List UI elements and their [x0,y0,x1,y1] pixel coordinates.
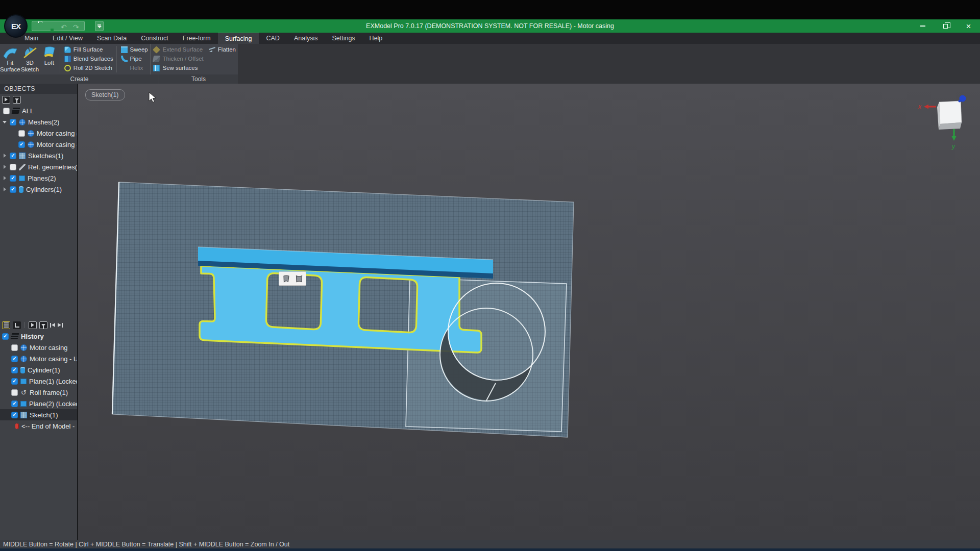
viewport-canvas[interactable]: x y [78,84,980,540]
history-skip-to-end-button[interactable] [58,323,63,328]
collapse-arrow-icon[interactable] [2,165,7,169]
roll-2d-sketch-button[interactable]: Roll 2D Sketch [64,63,113,72]
objects-item-motor-casing-2[interactable]: Motor casing - U [0,139,77,150]
collapse-arrow-icon[interactable] [2,187,7,191]
objects-play-filter-button[interactable] [2,96,10,104]
application-window: EX ↶ ↷ EXModel Pro 7.0.17 (DEMONSTRATION… [0,0,980,551]
flatten-button[interactable]: Flatten [209,45,236,54]
window-title: EXModel Pro 7.0.17 (DEMONSTRATION SYSTEM… [0,22,980,30]
blend-surfaces-button[interactable]: Blend Surfaces [64,54,113,63]
create-small-buttons-col2: Sweep Pipe Helix [118,44,150,74]
ribbon-separator [60,46,60,72]
menu-cad[interactable]: CAD [259,33,286,44]
history-skip-to-start-button[interactable] [50,323,55,328]
funnel-icon [15,98,19,101]
menu-scan-data[interactable]: Scan Data [90,33,134,44]
history-item-plane1[interactable]: Plane(1) (Locked) [0,375,78,387]
checkbox[interactable] [11,389,18,396]
collapse-arrow-icon[interactable] [2,154,7,158]
close-button[interactable]: × [957,19,980,33]
extend-surface-icon [153,46,161,54]
create-small-buttons-col1: Fill Surface Blend Surfaces Roll 2D Sket… [61,44,115,74]
collapse-arrow-icon[interactable] [2,176,7,180]
surface-option-2-button[interactable] [293,273,304,284]
checkbox[interactable] [18,141,25,148]
objects-item-motor-casing-1[interactable]: Motor casing (T [0,128,77,139]
history-item-motor-casing-unr[interactable]: Motor casing - Unr [0,353,78,364]
layers-icon [11,333,19,339]
history-filter-button[interactable] [39,321,47,329]
tools-buttons-col2: Flatten [206,44,238,74]
cylinder-icon [19,186,23,193]
surface-option-1-button[interactable] [281,273,291,284]
tools-group-label: Tools [159,74,238,84]
objects-item-planes[interactable]: Planes(2) [0,172,77,184]
fill-surface-button[interactable]: Fill Surface [64,45,113,54]
history-item-roll-frame[interactable]: ↺ Roll frame(1) [0,387,78,398]
thicken-offset-icon [153,56,160,62]
history-item-plane2[interactable]: Plane(2) (Locked) [0,398,78,409]
history-item-motor-casing[interactable]: Motor casing [0,342,78,353]
checkbox[interactable] [10,119,16,126]
menu-analysis[interactable]: Analysis [287,33,325,44]
menu-free-form[interactable]: Free-form [176,33,218,44]
title-bar: EX ↶ ↷ EXModel Pro 7.0.17 (DEMONSTRATION… [0,19,980,33]
checkbox[interactable] [11,344,18,351]
checkbox[interactable] [11,367,18,373]
menu-surfacing[interactable]: Surfacing [218,33,259,44]
sew-surfaces-button[interactable]: Sew surfaces [153,63,203,72]
sweep-button[interactable]: Sweep [121,45,148,54]
history-item-sketch1[interactable]: Sketch(1) [0,409,78,420]
layers-icon [12,108,20,114]
checkbox[interactable] [18,130,25,137]
checkbox[interactable] [11,356,18,362]
restore-button[interactable] [934,19,957,33]
objects-item-meshes[interactable]: Meshes(2) [0,116,77,128]
roll-2d-sketch-icon [64,65,71,71]
view-cube[interactable]: x y [918,95,966,151]
axis-x-arrow[interactable]: x [918,103,936,110]
3d-sketch-button[interactable]: 3DSketch [20,44,40,74]
menu-edit-view[interactable]: Edit / View [45,33,90,44]
mesh-icon [20,344,27,351]
objects-item-sketches[interactable]: Sketches(1) [0,150,77,161]
axis-y-arrow[interactable]: y [951,129,957,150]
history-list-view-button[interactable] [2,321,10,329]
ribbon-separator [116,46,117,72]
pipe-button[interactable]: Pipe [121,54,148,63]
checkbox[interactable] [11,400,18,407]
checkbox[interactable] [11,378,18,385]
history-tree-view-button[interactable] [13,321,21,329]
checkbox[interactable] [2,333,9,340]
history-root[interactable]: History [0,331,78,342]
history-item-end-of-model[interactable]: <-- End of Model - [0,420,78,432]
checkbox[interactable] [10,164,16,170]
objects-item-all[interactable]: ALL [0,105,77,116]
menu-settings[interactable]: Settings [325,33,362,44]
menu-help[interactable]: Help [362,33,390,44]
fit-surface-button[interactable]: FitSurface [0,44,20,74]
objects-funnel-filter-button[interactable] [13,96,21,104]
checkbox[interactable] [10,153,16,159]
extend-surface-button[interactable]: Extend Surface [153,45,203,54]
history-item-cylinder[interactable]: Cylinder(1) [0,364,78,375]
motor-casing-sketch-profile[interactable] [200,266,481,353]
menu-construct[interactable]: Construct [134,33,176,44]
sketch-tab-chip[interactable]: Sketch(1) [85,89,125,101]
history-play-button[interactable] [29,321,37,329]
checkbox[interactable] [10,186,16,193]
app-logo[interactable]: EX [4,14,28,38]
3d-viewport[interactable]: x y Sketch(1) [78,84,980,540]
checkbox[interactable] [3,108,10,114]
checkbox[interactable] [11,412,18,418]
mesh-icon [28,141,34,148]
checkbox[interactable] [10,175,16,182]
loft-button[interactable]: Loft [39,44,59,74]
helix-button[interactable]: Helix [121,63,148,72]
objects-item-cylinders[interactable]: Cylinders(1) [0,184,77,195]
minimize-button[interactable] [911,19,934,33]
objects-item-ref-geometries[interactable]: Ref. geometries(1) [0,161,77,172]
thicken-offset-button[interactable]: Thicken / Offset [153,54,203,63]
expand-arrow-icon[interactable] [2,121,7,123]
ribbon: FitSurface 3DSketch Loft Fill Surface Bl… [0,44,980,84]
